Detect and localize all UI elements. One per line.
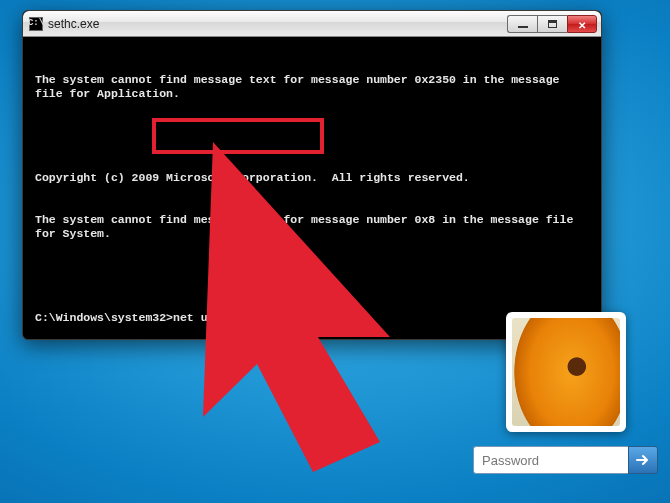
close-button[interactable] <box>567 15 597 33</box>
minimize-button[interactable] <box>507 15 537 33</box>
login-panel: Password <box>473 312 658 474</box>
cmd-icon: C:\ <box>29 17 43 31</box>
titlebar[interactable]: C:\ sethc.exe <box>23 11 601 37</box>
console-line: Copyright (c) 2009 Microsoft Corporation… <box>35 171 589 185</box>
console-line: The system cannot find message text for … <box>35 73 589 101</box>
maximize-button[interactable] <box>537 15 567 33</box>
submit-button[interactable] <box>628 446 658 474</box>
console-window: C:\ sethc.exe The system cannot find mes… <box>22 10 602 340</box>
arrow-right-icon <box>635 452 651 468</box>
console-output: The system cannot find message text for … <box>29 41 595 333</box>
user-avatar[interactable] <box>506 312 626 432</box>
console-line <box>35 129 589 143</box>
console-line: The system cannot find message text for … <box>35 213 589 241</box>
close-icon <box>578 15 586 33</box>
window-controls <box>507 15 597 33</box>
console-line <box>35 269 589 283</box>
password-input[interactable]: Password <box>473 446 628 474</box>
avatar-image <box>512 318 620 426</box>
window-title: sethc.exe <box>48 17 507 31</box>
